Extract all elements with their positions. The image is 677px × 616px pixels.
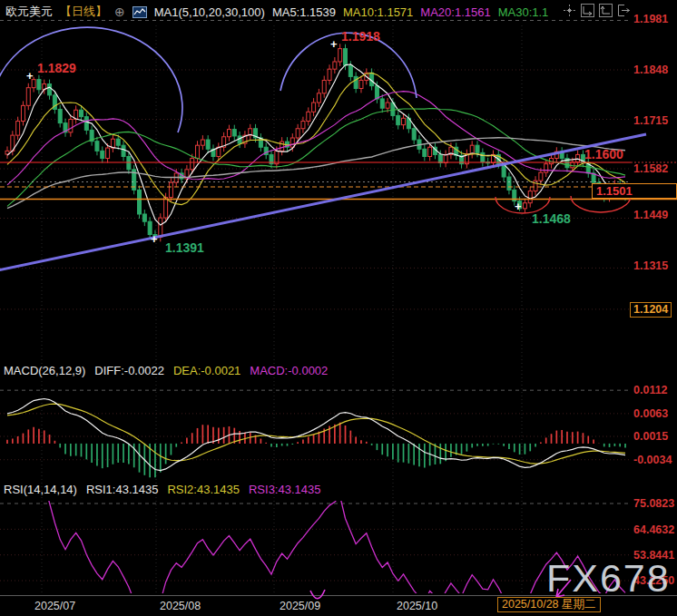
- boxed-price-label: 1.1204: [630, 302, 672, 318]
- macd-dea-value: DEA:-0.0021: [173, 364, 240, 377]
- marker-cross: +: [26, 69, 34, 83]
- support-price-tag: 1.1501: [592, 183, 677, 199]
- macd-axis-label: 0.0015: [633, 430, 668, 443]
- fx678-watermark: FX678: [546, 556, 671, 601]
- macd-axis-label: -0.0034: [633, 454, 672, 466]
- price-axis-label: 1.1582: [633, 162, 668, 175]
- resistance-price-label: 1.1600: [584, 147, 623, 161]
- date-tick: 2025/07: [34, 600, 75, 612]
- date-tick: 2025/09: [280, 600, 320, 612]
- macd-panel-plot[interactable]: [7, 399, 625, 478]
- macd-label-row: MACD(26,12,9) DIFF:-0.0022 DEA:-0.0021 M…: [4, 364, 328, 377]
- date-tick: 2025/10: [397, 600, 437, 612]
- low-annotation-2: 1.1468: [532, 211, 571, 226]
- rsi3-value: RSI3:43.1435: [249, 483, 321, 496]
- magenta-arc-mark: [310, 590, 325, 599]
- rsi2-value: RSI2:43.1435: [167, 483, 240, 496]
- macd-axis-label: 0.0063: [633, 407, 668, 420]
- add-indicator-icon[interactable]: ⊕: [114, 5, 125, 18]
- symbol-name: 欧元美元: [5, 4, 53, 20]
- rsi1-value: RSI1:43.1435: [86, 483, 159, 496]
- price-axis-label: 1.1981: [633, 13, 668, 25]
- timeframe-label[interactable]: 【日线】: [60, 4, 107, 20]
- macd-diff-value: DIFF:-0.0022: [94, 364, 164, 377]
- macd-hist-value: MACD:-0.0002: [250, 364, 328, 377]
- price-axis-label: 1.1315: [633, 259, 668, 272]
- chart-type-icon[interactable]: [132, 6, 147, 18]
- trading-chart-app: 欧元美元 【日线】 ⊕ MA1(5,10,20,30,100) MA5:1.15…: [0, 0, 677, 616]
- ma30-value: MA30:1.1: [498, 5, 549, 19]
- rsi-label-row: RSI(14,14,14) RSI1:43.1435 RSI2:43.1435 …: [4, 483, 320, 496]
- high-annotation-1: 1.1829: [37, 61, 76, 75]
- macd-axis-label: 0.0112: [633, 384, 668, 396]
- price-axis-label: 1.1449: [633, 209, 668, 221]
- low-annotation-1: 1.1391: [165, 240, 204, 255]
- scale-x-axis-icon[interactable]: [580, 3, 594, 17]
- price-axis-label: 1.1848: [633, 64, 668, 76]
- ma5-value: MA5:1.1539: [272, 5, 336, 19]
- exit-zoom-icon[interactable]: [616, 3, 631, 17]
- marker-cross: +: [330, 37, 338, 51]
- scale-y-axis-icon[interactable]: [598, 3, 613, 17]
- ma10-value: MA10:1.1571: [343, 5, 413, 19]
- move-crosshair-icon[interactable]: [562, 3, 576, 17]
- date-tick: 2025/08: [160, 600, 201, 612]
- chart-toolbar: [562, 3, 631, 17]
- chart-canvas[interactable]: [0, 0, 677, 616]
- price-axis-label: 1.1715: [633, 114, 668, 127]
- ma20-value: MA20:1.1561: [420, 5, 490, 19]
- rsi-title[interactable]: RSI(14,14,14): [4, 483, 77, 496]
- rsi-axis-label: 64.4632: [633, 523, 674, 536]
- rsi-axis-label: 75.0823: [633, 497, 674, 510]
- high-annotation-2: 1.1918: [341, 29, 380, 44]
- macd-title[interactable]: MACD(26,12,9): [4, 364, 85, 377]
- marker-cross: +: [151, 232, 158, 246]
- magenta-marks: [310, 580, 571, 599]
- marker-cross: +: [515, 200, 522, 213]
- ma-settings-label: MA1(5,10,20,30,100): [154, 5, 265, 19]
